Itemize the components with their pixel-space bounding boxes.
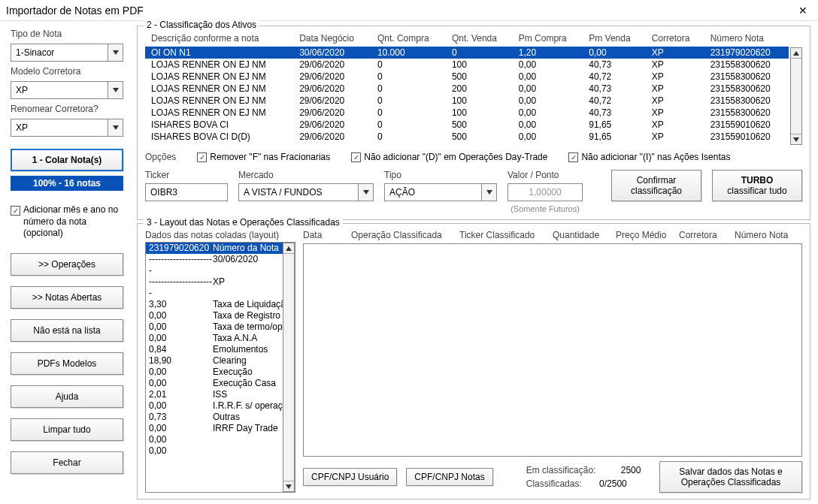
list-scrollbar[interactable] [283, 243, 295, 492]
table-row[interactable]: LOJAS RENNER ON EJ NM29/06/202001000,004… [145, 107, 789, 119]
result-column-header: Operação Classificada [351, 230, 456, 240]
table-row[interactable]: LOJAS RENNER ON EJ NM29/06/202005000,004… [145, 71, 789, 83]
result-columns: DataOperação ClassificadaTicker Classifi… [303, 230, 802, 243]
scroll-down-icon[interactable] [283, 481, 294, 491]
mercado-select[interactable]: A VISTA / FUNDOS [238, 183, 374, 201]
modelo-corretora-select[interactable]: XP [11, 81, 123, 99]
list-item[interactable]: ----------------------30/06/2020 [146, 254, 295, 276]
table-row[interactable]: LOJAS RENNER ON EJ NM29/06/202001000,004… [145, 59, 789, 71]
result-column-header: Ticker Classificado [459, 230, 550, 240]
list-item[interactable]: 0,00Execução Casa [146, 378, 295, 389]
checkbox-icon: ✓ [197, 152, 207, 162]
ticker-label: Ticker [145, 170, 228, 180]
list-item[interactable]: 18,90Clearing [146, 355, 295, 367]
pdfs-modelos-button[interactable]: PDFs Modelos [11, 352, 123, 375]
table-header: Qnt. Venda [446, 32, 513, 47]
confirmar-classificacao-button[interactable]: Confirmar classificação [611, 170, 701, 201]
list-item[interactable]: 0,00Taxa de termo/op [146, 321, 295, 333]
list-item[interactable]: ----------------------XP [146, 276, 295, 299]
tipo-label: Tipo [384, 170, 497, 180]
valor-ponto-input[interactable]: 1,00000 [507, 183, 583, 201]
layout-label: Dados das notas coladas (layout) [145, 230, 295, 240]
list-item[interactable]: 2,01ISS [146, 389, 295, 400]
table-row[interactable]: ISHARES BOVA CI D(D)29/06/202005000,0091… [145, 131, 789, 143]
operacoes-button[interactable]: >> Operações [11, 253, 123, 276]
opt-remover-f[interactable]: ✓Remover "F" nas Fracionarias [197, 151, 330, 162]
mercado-label: Mercado [238, 170, 374, 180]
checkbox-icon: ✓ [11, 206, 20, 216]
main-area: 2 - Classificação dos Ativos Descrição c… [134, 21, 818, 504]
renomear-corretora-select[interactable]: XP [11, 119, 123, 137]
table-header: Descrição conforme a nota [145, 32, 293, 47]
close-icon[interactable]: ✕ [794, 5, 812, 17]
checkbox-icon: ✓ [568, 152, 578, 162]
checkbox-icon: ✓ [351, 152, 361, 162]
layout-group: 3 - Layout das Notas e Operações Classif… [137, 223, 810, 499]
valor-hint: (Somente Futuros) [507, 204, 583, 213]
ajuda-button[interactable]: Ajuda [11, 385, 123, 408]
table-row[interactable]: OI ON N130/06/202010.00001,200,00XP23197… [145, 47, 789, 59]
colar-notas-button[interactable]: 1 - Colar Nota(s) [11, 149, 123, 171]
modelo-corretora-label: Modelo Corretora [11, 66, 123, 77]
sidebar: Tipo de Nota 1-Sinacor Modelo Corretora … [0, 21, 134, 504]
result-column-header: Preço Médio [616, 230, 676, 240]
scroll-up-icon[interactable] [791, 48, 801, 59]
list-item[interactable]: 0,00Execução [146, 367, 295, 378]
tipo-select[interactable]: AÇÃO [384, 183, 497, 201]
list-item[interactable]: 0,00 [146, 445, 295, 457]
turbo-classificar-button[interactable]: TURBOclassificar tudo [712, 170, 802, 201]
result-list[interactable] [303, 243, 802, 457]
limpar-tudo-button[interactable]: Limpar tudo [11, 418, 123, 441]
progress-bar: 100% - 16 notas [11, 176, 123, 191]
table-header: Pm Compra [513, 32, 583, 47]
table-row[interactable]: ISHARES BOVA CI29/06/202005000,0091,65XP… [145, 119, 789, 131]
list-item[interactable]: 3,30Taxa de Liquidaçã [146, 299, 295, 310]
ativos-table[interactable]: Descrição conforme a notaData NegócioQnt… [145, 32, 789, 143]
valor-ponto-label: Valor / Ponto [507, 170, 583, 180]
em-classificacao-value: 2500 [603, 465, 641, 475]
chevron-down-icon [358, 184, 373, 201]
list-item[interactable]: 0,00IRRF Day Trade [146, 423, 295, 434]
table-row[interactable]: LOJAS RENNER ON EJ NM29/06/202001000,004… [145, 95, 789, 107]
list-item[interactable]: 0,00 [146, 434, 295, 445]
add-mes-checkbox-row[interactable]: ✓ Adicionar mês e ano no número da nota … [11, 204, 123, 240]
group-title: 2 - Classificação dos Ativos [144, 20, 259, 30]
result-column-header: Número Nota [735, 230, 802, 240]
scroll-down-icon[interactable] [791, 134, 801, 144]
classificacao-group: 2 - Classificação dos Ativos Descrição c… [137, 26, 810, 220]
table-header: Qnt. Compra [371, 32, 446, 47]
window-title: Importador de Notas em PDF [6, 5, 794, 17]
table-scrollbar[interactable] [790, 47, 802, 145]
result-column-header: Data [303, 230, 348, 240]
tipo-nota-select[interactable]: 1-Sinacor [11, 44, 123, 62]
cpf-notas-button[interactable]: CPF/CNPJ Notas [406, 468, 492, 486]
list-item[interactable]: 0,00Taxa de Registro [146, 310, 295, 321]
list-item[interactable]: 0,00I.R.R.F. s/ operaçõ [146, 400, 295, 412]
cpf-usuario-button[interactable]: CPF/CNPJ Usuário [303, 468, 397, 486]
group-title: 3 - Layout das Notas e Operações Classif… [144, 217, 343, 228]
ticker-input[interactable]: OIBR3 [145, 183, 228, 201]
opt-nao-d[interactable]: ✓Não adicionar "(D)" em Operações Day-Tr… [351, 151, 547, 162]
nao-esta-lista-button[interactable]: Não está na lista [11, 319, 123, 342]
chevron-down-icon [108, 119, 123, 136]
tipo-nota-label: Tipo de Nota [11, 29, 123, 39]
list-item[interactable]: 0,73Outras [146, 412, 295, 423]
fechar-button[interactable]: Fechar [11, 451, 123, 474]
list-item[interactable]: 0,84Emolumentos [146, 344, 295, 355]
layout-listbox[interactable]: 231979020620Número da Nota--------------… [145, 242, 295, 493]
renomear-corretora-label: Renomear Corretora? [11, 104, 123, 114]
list-item[interactable]: 0,00Taxa A.N.A [146, 333, 295, 344]
opt-nao-i[interactable]: ✓Não adicionar "(I)" nas Ações Isentas [568, 151, 730, 162]
em-classificacao-label: Em classificação: [526, 465, 596, 475]
table-header: Corretora [646, 32, 704, 47]
scroll-up-icon[interactable] [283, 243, 294, 254]
ativos-table-wrap: Descrição conforme a notaData NegócioQnt… [145, 32, 802, 145]
result-column-header: Quantidade [553, 230, 613, 240]
classificadas-value: 0/2500 [589, 478, 627, 489]
classificadas-label: Classificadas: [526, 478, 582, 489]
notas-abertas-button[interactable]: >> Notas Abertas [11, 286, 123, 309]
list-item[interactable]: 231979020620Número da Nota [146, 243, 295, 254]
table-row[interactable]: LOJAS RENNER ON EJ NM29/06/202002000,004… [145, 83, 789, 95]
opcoes-label: Opções [145, 152, 176, 162]
salvar-dados-button[interactable]: Salvar dados das Notas e Operações Class… [659, 461, 802, 493]
